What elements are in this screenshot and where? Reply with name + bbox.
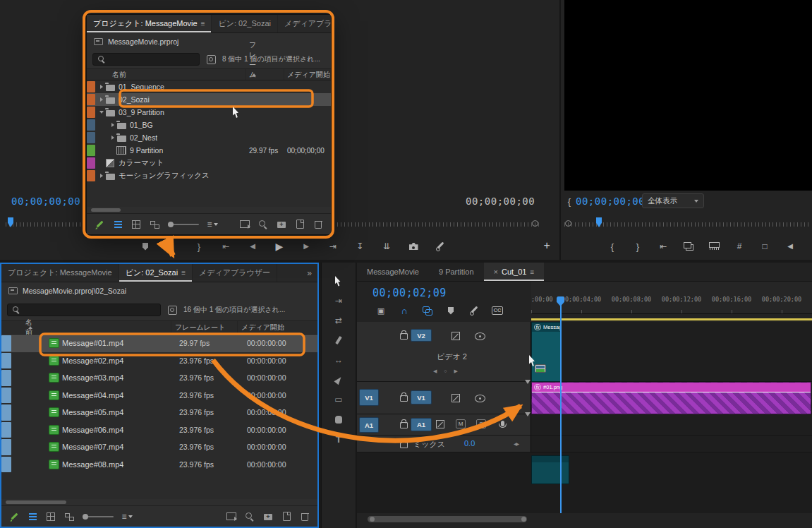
new-item-button[interactable] xyxy=(294,219,305,230)
razor-tool[interactable] xyxy=(333,335,344,346)
settings-button[interactable] xyxy=(435,241,446,252)
new-bin-button[interactable] xyxy=(276,219,287,230)
search-box[interactable] xyxy=(92,53,200,66)
clip-row[interactable]: Message#02.mp423.976 fps00:00:00:00 xyxy=(1,352,317,370)
sort-button[interactable] xyxy=(121,511,133,522)
column-framerate[interactable]: フレームレート xyxy=(175,323,225,332)
rectangle-tool[interactable] xyxy=(333,394,344,405)
bin-row[interactable]: 02_Nest xyxy=(87,131,331,144)
insert-button[interactable] xyxy=(354,241,365,252)
source-patch-v1[interactable]: V1 xyxy=(359,389,379,406)
type-tool[interactable] xyxy=(333,433,344,445)
panel-menu-icon[interactable]: ≡ xyxy=(201,20,205,28)
tab-1[interactable]: MessageMovie xyxy=(357,263,429,281)
lock-icon[interactable] xyxy=(398,329,409,340)
tab-2[interactable]: ビン: 02_Sozai≡ xyxy=(119,264,193,282)
timeline-clip-png[interactable]: fx #01.png xyxy=(531,382,811,414)
tab-3[interactable]: ×Cut_01≡ xyxy=(484,263,545,281)
find-button[interactable] xyxy=(244,511,255,522)
button-editor-button[interactable] xyxy=(541,240,552,251)
clip-row[interactable]: Message#04.mp423.976 fps00:00:00:00 xyxy=(1,387,317,404)
captions-badge[interactable] xyxy=(492,305,503,316)
sort-button[interactable] xyxy=(207,219,218,230)
icon-view-button[interactable] xyxy=(131,219,142,230)
track-output-eye-icon[interactable] xyxy=(474,330,485,342)
bin-row[interactable]: カラーマット xyxy=(87,157,331,169)
tab-1[interactable]: プロジェクト: MessageMovie≡ xyxy=(87,15,212,32)
twirl-icon[interactable] xyxy=(98,111,104,114)
search-box[interactable] xyxy=(7,304,161,316)
add-marker-button[interactable] xyxy=(140,241,151,252)
ripple-edit-tool[interactable] xyxy=(333,315,344,326)
bin-row[interactable]: 03_9 Partition xyxy=(87,106,331,119)
zoom-slider[interactable] xyxy=(167,219,200,230)
hand-tool[interactable] xyxy=(333,414,344,425)
work-area-bar[interactable] xyxy=(531,318,812,320)
slip-tool[interactable] xyxy=(333,354,344,366)
nest-toggle-icon[interactable] xyxy=(375,305,387,316)
track-lane-mix[interactable] xyxy=(531,436,812,452)
step-back-button[interactable] xyxy=(247,241,258,252)
column-media-start[interactable]: メディア開始 xyxy=(287,70,330,80)
snap-icon[interactable] xyxy=(399,305,410,316)
track-output-eye-icon[interactable] xyxy=(474,392,485,404)
track-target-v1[interactable]: V1 xyxy=(411,390,432,404)
tab-overflow-button[interactable]: » xyxy=(301,264,317,282)
panel-menu-icon[interactable]: ≡ xyxy=(181,269,186,277)
mute-button[interactable]: M xyxy=(456,419,466,428)
lock-icon[interactable] xyxy=(398,438,409,449)
solo-button[interactable]: S xyxy=(476,419,486,428)
collapsed-track-icon[interactable] xyxy=(525,380,531,384)
lock-icon[interactable] xyxy=(398,391,409,402)
multi-view-button[interactable] xyxy=(708,241,720,252)
bin-row[interactable]: モーショングラフィックス xyxy=(87,169,331,182)
column-name[interactable]: 名前 xyxy=(112,70,126,80)
export-frame-button[interactable] xyxy=(408,241,419,252)
bin-row[interactable]: 02_Sozai xyxy=(87,93,331,106)
twirl-icon[interactable] xyxy=(98,174,104,178)
voiceover-mic-icon[interactable] xyxy=(497,419,508,431)
bin-row[interactable]: 9 Partition29.97 fps00;00;00;00 xyxy=(87,144,331,157)
search-input[interactable] xyxy=(107,56,196,64)
grid-button[interactable] xyxy=(734,241,745,252)
play-button[interactable] xyxy=(274,241,285,252)
step-forward-button[interactable] xyxy=(301,241,312,252)
sync-lock-icon[interactable] xyxy=(435,419,446,430)
scrollbar-thumb[interactable] xyxy=(368,516,527,522)
overwrite-button[interactable] xyxy=(381,241,392,252)
scrubber-zoom-handle[interactable] xyxy=(532,220,538,227)
track-lane-v2[interactable] xyxy=(531,322,812,382)
close-tab-icon[interactable]: × xyxy=(494,268,498,276)
timeline-clip-video[interactable]: fx Message#0 xyxy=(531,322,561,382)
mark-in-button[interactable] xyxy=(607,241,618,252)
find-button[interactable] xyxy=(257,219,269,230)
mix-level-value[interactable]: 0.0 xyxy=(464,439,475,448)
step-back-button[interactable] xyxy=(784,241,796,252)
twirl-icon[interactable] xyxy=(98,85,104,89)
new-bin-button[interactable] xyxy=(262,511,274,522)
filter-icon[interactable] xyxy=(205,54,217,65)
tab-3[interactable]: メディアブラウザー xyxy=(278,15,331,32)
zoom-slider[interactable] xyxy=(82,511,114,522)
go-to-in-button[interactable] xyxy=(658,241,669,252)
timeline-clip-audio[interactable] xyxy=(531,455,569,484)
new-item-button[interactable] xyxy=(281,511,292,522)
horizontal-scrollbar[interactable] xyxy=(87,207,331,213)
automate-to-sequence-button[interactable] xyxy=(226,511,237,522)
program-scrubber[interactable] xyxy=(564,216,810,233)
mark-out-button[interactable] xyxy=(632,241,643,252)
freeform-view-button[interactable] xyxy=(63,511,75,522)
zoom-handle-right[interactable] xyxy=(521,517,526,522)
tab-2[interactable]: ビン: 02_Sozai xyxy=(212,15,278,32)
scrubber-zoom-handle[interactable] xyxy=(565,220,571,227)
clip-row[interactable]: Message#01.mp429.97 fps00:00:00:00 xyxy=(1,335,317,352)
linked-selection-icon[interactable] xyxy=(422,305,433,316)
tab-3[interactable]: メディアブラウザー xyxy=(193,264,277,282)
tab-2[interactable]: 9 Partition xyxy=(429,263,484,281)
edit-pencil-icon[interactable] xyxy=(94,219,105,230)
panel-menu-icon[interactable]: ≡ xyxy=(530,268,534,276)
collapsed-track-icon[interactable] xyxy=(525,412,531,416)
sync-lock-icon[interactable] xyxy=(450,330,461,342)
track-select-forward-tool[interactable] xyxy=(333,295,344,306)
twirl-icon[interactable] xyxy=(109,136,116,140)
